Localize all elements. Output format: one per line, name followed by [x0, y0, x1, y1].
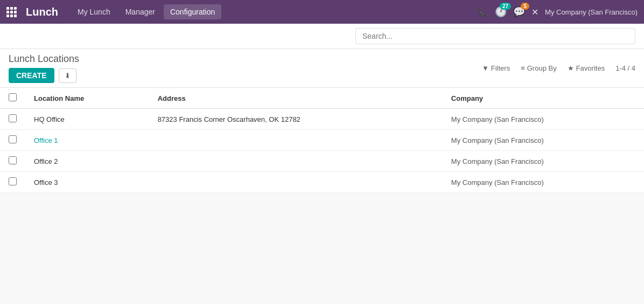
groupby-label: Group By: [527, 64, 557, 72]
groupby-button[interactable]: ≡ Group By: [516, 62, 561, 74]
page-title: Lunch Locations: [9, 53, 79, 65]
filters-label: Filters: [491, 64, 510, 72]
cell-company: My Company (San Francisco): [443, 130, 644, 151]
cell-address: 87323 Francis Corner Oscarhaven, OK 1278…: [149, 109, 443, 130]
row-checkbox[interactable]: [9, 114, 17, 122]
header-location-name: Location Name: [25, 88, 149, 109]
topnav: Lunch My Lunch Manager Configuration 📞 🕐…: [0, 0, 644, 24]
pagination-info: 1-4 / 4: [615, 64, 635, 72]
cell-location-name[interactable]: Office 2: [25, 151, 149, 172]
main-content: Lunch Locations CREATE ⬇ ▼ Filters ≡ Gro…: [0, 24, 644, 304]
nav-manager[interactable]: Manager: [119, 4, 162, 19]
header-checkbox-col: [0, 88, 25, 109]
nav-my-lunch[interactable]: My Lunch: [71, 4, 117, 19]
nav-configuration[interactable]: Configuration: [164, 4, 221, 19]
header-address: Address: [149, 88, 443, 109]
close-icon[interactable]: ✕: [531, 7, 538, 17]
select-all-checkbox[interactable]: [9, 93, 17, 101]
create-button[interactable]: CREATE: [9, 68, 54, 83]
cell-location-name[interactable]: HQ Office: [25, 109, 149, 130]
messages-btn[interactable]: 💬 5: [513, 6, 525, 18]
grid-menu-icon[interactable]: [6, 7, 17, 17]
row-checkbox[interactable]: [9, 156, 17, 164]
activity-btn[interactable]: 🕐 27: [495, 6, 507, 18]
cell-address: [149, 151, 443, 172]
table-container: Location Name Address Company HQ Office8…: [0, 88, 644, 193]
control-panel: Lunch Locations CREATE ⬇ ▼ Filters ≡ Gro…: [0, 49, 644, 88]
search-input[interactable]: [355, 28, 635, 44]
row-checkbox[interactable]: [9, 177, 17, 185]
control-left: Lunch Locations CREATE ⬇: [9, 53, 79, 83]
cell-location-name[interactable]: Office 1: [25, 130, 149, 151]
favorites-button[interactable]: ★ Favorites: [563, 62, 609, 74]
download-button[interactable]: ⬇: [59, 68, 76, 83]
search-row: [0, 24, 644, 49]
favorites-icon: ★: [568, 64, 574, 72]
app-logo: Lunch: [26, 6, 58, 18]
cell-address: [149, 172, 443, 193]
groupby-icon: ≡: [521, 64, 525, 72]
cell-company: My Company (San Francisco): [443, 151, 644, 172]
row-checkbox[interactable]: [9, 135, 17, 143]
cell-location-name[interactable]: Office 3: [25, 172, 149, 193]
cell-address: [149, 130, 443, 151]
message-badge: 5: [521, 3, 529, 10]
topnav-right: 📞 🕐 27 💬 5 ✕ My Company (San Francisco): [478, 6, 638, 18]
header-company: Company: [443, 88, 644, 109]
table-row[interactable]: Office 1My Company (San Francisco): [0, 130, 644, 151]
table-row[interactable]: Office 2My Company (San Francisco): [0, 151, 644, 172]
phone-icon[interactable]: 📞: [478, 7, 488, 17]
table-row[interactable]: Office 3My Company (San Francisco): [0, 172, 644, 193]
company-name: My Company (San Francisco): [545, 8, 638, 16]
filters-button[interactable]: ▼ Filters: [478, 62, 514, 74]
filter-group: ▼ Filters ≡ Group By ★ Favorites: [478, 62, 609, 74]
table-header-row: Location Name Address Company: [0, 88, 644, 109]
topnav-menu: My Lunch Manager Configuration: [71, 4, 469, 19]
download-icon: ⬇: [65, 72, 71, 80]
cell-company: My Company (San Francisco): [443, 172, 644, 193]
locations-table: Location Name Address Company HQ Office8…: [0, 88, 644, 193]
control-actions: CREATE ⬇: [9, 68, 79, 83]
favorites-label: Favorites: [576, 64, 605, 72]
cell-company: My Company (San Francisco): [443, 109, 644, 130]
table-row[interactable]: HQ Office87323 Francis Corner Oscarhaven…: [0, 109, 644, 130]
activity-badge: 27: [500, 3, 511, 10]
filter-icon: ▼: [482, 64, 489, 72]
control-right: ▼ Filters ≡ Group By ★ Favorites 1-4 / 4: [478, 62, 635, 74]
